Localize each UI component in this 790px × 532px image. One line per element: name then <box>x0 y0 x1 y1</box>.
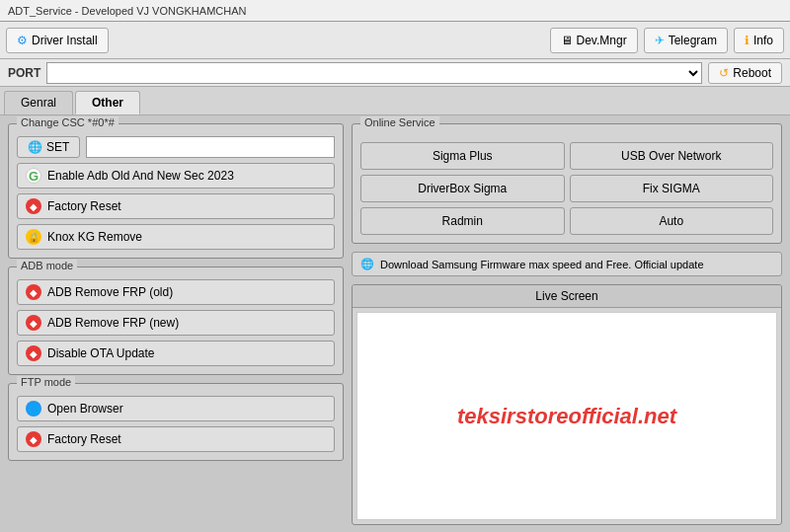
reboot-icon: ↺ <box>719 66 729 80</box>
enable-adb-button[interactable]: G Enable Adb Old And New Sec 2023 <box>17 163 335 189</box>
ftp-section: FTP mode 🌐 Open Browser ◆ Factory Reset <box>8 383 344 461</box>
ota-icon: ◆ <box>26 345 41 361</box>
info-icon: ℹ <box>745 34 750 47</box>
usb-over-network-label: USB Over Network <box>621 149 721 163</box>
auto-label: Auto <box>659 214 683 228</box>
info-button[interactable]: ℹ Info <box>734 28 784 53</box>
csc-row: 🌐 SET <box>17 136 335 158</box>
driver-icon: ⚙ <box>17 34 28 47</box>
dev-mngr-label: Dev.Mngr <box>577 34 627 47</box>
knox-remove-button[interactable]: 🔒 Knox KG Remove <box>17 224 335 250</box>
driver-install-label: Driver Install <box>32 34 98 47</box>
disable-ota-button[interactable]: ◆ Disable OTA Update <box>17 341 335 366</box>
factory-reset-icon: ◆ <box>26 198 41 214</box>
adb-remove-frp-new-button[interactable]: ◆ ADB Remove FRP (new) <box>17 310 335 336</box>
ftp-section-content: 🌐 Open Browser ◆ Factory Reset <box>17 396 335 452</box>
live-screen-watermark: teksirstoreofficial.net <box>457 404 676 429</box>
right-panel: Online Service Sigma Plus USB Over Netwo… <box>352 123 782 525</box>
csc-section-content: 🌐 SET G Enable Adb Old And New Sec 2023 … <box>17 136 335 250</box>
fix-sigma-label: Fix SIGMA <box>643 182 700 195</box>
port-select[interactable] <box>46 62 702 84</box>
port-bar: PORT ↺ Reboot <box>0 59 790 87</box>
download-bar-text: Download Samsung Firmware max speed and … <box>380 259 704 270</box>
driverbox-sigma-button[interactable]: DriverBox Sigma <box>360 175 565 202</box>
download-globe-icon: 🌐 <box>360 258 374 270</box>
globe-icon: 🌐 <box>28 140 42 154</box>
title-bar: ADT_Service - Developed VJ VONGKHAMCHAN <box>0 0 790 22</box>
dev-mngr-button[interactable]: 🖥 Dev.Mngr <box>550 28 638 53</box>
adb-section-title: ADB mode <box>17 260 77 271</box>
csc-set-button[interactable]: 🌐 SET <box>17 136 80 158</box>
tab-genral[interactable]: Genral <box>4 91 73 114</box>
tab-other[interactable]: Other <box>75 91 140 114</box>
info-label: Info <box>753 34 773 47</box>
adb-section-content: ◆ ADB Remove FRP (old) ◆ ADB Remove FRP … <box>17 279 335 366</box>
ftp-factory-reset-label: Factory Reset <box>47 432 121 446</box>
factory-reset-button[interactable]: ◆ Factory Reset <box>17 193 335 219</box>
sigma-plus-button[interactable]: Sigma Plus <box>360 142 565 170</box>
fix-sigma-button[interactable]: Fix SIGMA <box>570 175 774 202</box>
main-content: Change CSC *#0*# 🌐 SET G Enable Adb Old … <box>0 115 790 532</box>
toolbar: ⚙ Driver Install 🖥 Dev.Mngr ✈ Telegram ℹ… <box>0 22 790 59</box>
factory-reset-label: Factory Reset <box>47 199 121 213</box>
devmngr-icon: 🖥 <box>561 34 573 47</box>
tabs: Genral Other <box>0 87 790 115</box>
live-screen-content: teksirstoreofficial.net <box>356 312 777 520</box>
auto-button[interactable]: Auto <box>570 207 774 235</box>
csc-input[interactable] <box>86 136 335 158</box>
radmin-button[interactable]: Radmin <box>360 207 565 235</box>
browser-icon: 🌐 <box>26 401 41 417</box>
telegram-icon: ✈ <box>655 34 665 47</box>
online-grid: Sigma Plus USB Over Network DriverBox Si… <box>360 142 773 235</box>
open-browser-label: Open Browser <box>47 402 123 416</box>
ftp-reset-icon: ◆ <box>26 431 41 447</box>
telegram-label: Telegram <box>669 34 717 47</box>
frp-new-icon: ◆ <box>26 315 41 331</box>
ftp-factory-reset-button[interactable]: ◆ Factory Reset <box>17 426 335 452</box>
port-label: PORT <box>8 66 40 80</box>
title-text: ADT_Service - Developed VJ VONGKHAMCHAN <box>8 5 246 17</box>
sigma-plus-label: Sigma Plus <box>433 149 493 163</box>
adb-remove-frp-old-label: ADB Remove FRP (old) <box>47 285 173 299</box>
radmin-label: Radmin <box>442 214 483 228</box>
reboot-label: Reboot <box>733 66 771 80</box>
csc-set-label: SET <box>46 140 69 154</box>
live-screen-title: Live Screen <box>353 285 781 308</box>
google-icon: G <box>26 168 41 184</box>
csc-section: Change CSC *#0*# 🌐 SET G Enable Adb Old … <box>8 123 344 259</box>
csc-section-title: Change CSC *#0*# <box>17 116 118 128</box>
enable-adb-label: Enable Adb Old And New Sec 2023 <box>47 169 234 183</box>
reboot-button[interactable]: ↺ Reboot <box>708 62 782 84</box>
adb-remove-frp-new-label: ADB Remove FRP (new) <box>47 316 179 330</box>
knox-icon: 🔒 <box>26 229 41 245</box>
online-section-title: Online Service <box>360 116 439 128</box>
download-bar[interactable]: 🌐 Download Samsung Firmware max speed an… <box>352 252 782 276</box>
frp-old-icon: ◆ <box>26 284 41 300</box>
online-section: Online Service Sigma Plus USB Over Netwo… <box>352 123 782 244</box>
left-panel: Change CSC *#0*# 🌐 SET G Enable Adb Old … <box>8 123 344 525</box>
knox-remove-label: Knox KG Remove <box>47 230 142 244</box>
usb-over-network-button[interactable]: USB Over Network <box>570 142 774 170</box>
adb-section: ADB mode ◆ ADB Remove FRP (old) ◆ ADB Re… <box>8 266 344 375</box>
adb-remove-frp-old-button[interactable]: ◆ ADB Remove FRP (old) <box>17 279 335 305</box>
driverbox-sigma-label: DriverBox Sigma <box>418 182 507 195</box>
live-screen-box: Live Screen teksirstoreofficial.net <box>352 284 782 525</box>
open-browser-button[interactable]: 🌐 Open Browser <box>17 396 335 421</box>
ftp-section-title: FTP mode <box>17 376 75 388</box>
driver-install-button[interactable]: ⚙ Driver Install <box>6 28 109 53</box>
telegram-button[interactable]: ✈ Telegram <box>644 28 728 53</box>
disable-ota-label: Disable OTA Update <box>47 346 155 360</box>
